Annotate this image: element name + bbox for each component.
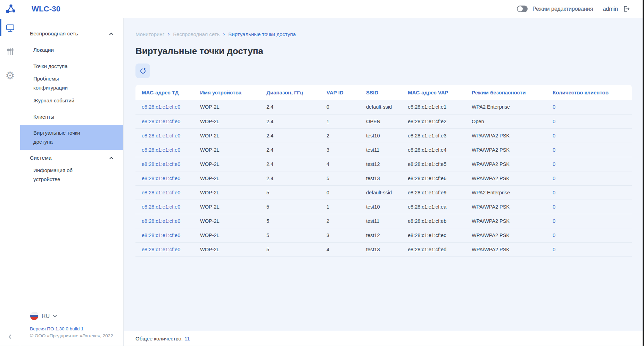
- table-cell: WPA/WPA2 PSK: [465, 157, 546, 171]
- table-cell: e8:28:c1:e1:cf:eb: [402, 214, 465, 228]
- table-cell: default-ssid: [360, 100, 402, 114]
- ap-mac-link[interactable]: e8:28:c1:e1:cf:e0: [135, 214, 194, 228]
- ap-mac-link[interactable]: e8:28:c1:e1:cf:e0: [135, 100, 194, 114]
- ap-mac-link[interactable]: e8:28:c1:e1:cf:e0: [135, 228, 194, 242]
- column-header[interactable]: Количество клиентов: [546, 85, 632, 100]
- sidebar-item[interactable]: Локации: [20, 42, 123, 58]
- ap-mac-link[interactable]: e8:28:c1:e1:cf:e0: [135, 157, 194, 171]
- ap-mac-link[interactable]: e8:28:c1:e1:cf:e0: [135, 171, 194, 185]
- table-cell: e8:28:c1:e1:cf:e2: [402, 114, 465, 128]
- firmware-version-link[interactable]: Версия ПО 1.30.0 build 1: [30, 326, 83, 331]
- breadcrumb-item[interactable]: Мониторинг: [135, 31, 164, 37]
- table-cell: WOP-2L: [194, 143, 260, 157]
- table-cell: e8:28:c1:e1:cf:e4: [402, 143, 465, 157]
- sidebar-item[interactable]: Точки доступа: [20, 58, 123, 74]
- edit-mode-toggle[interactable]: [517, 6, 528, 12]
- refresh-button[interactable]: [135, 64, 150, 78]
- column-header[interactable]: SSID: [360, 85, 402, 100]
- clients-count-link[interactable]: 0: [546, 100, 632, 114]
- breadcrumb-item: Виртуальные точки доступа: [228, 31, 296, 37]
- sidebar-item[interactable]: Клиенты: [20, 109, 123, 125]
- ap-mac-link[interactable]: e8:28:c1:e1:cf:e0: [135, 143, 194, 157]
- ap-mac-link[interactable]: e8:28:c1:e1:cf:e0: [135, 200, 194, 214]
- clients-count-link[interactable]: 0: [546, 157, 632, 171]
- column-header[interactable]: Имя устройства: [194, 85, 260, 100]
- table-cell: WPA/WPA2 PSK: [465, 200, 546, 214]
- table-cell: 2.4: [260, 171, 320, 185]
- table-cell: e8:28:c1:e1:cf:ec: [402, 228, 465, 242]
- table-cell: WOP-2L: [194, 171, 260, 185]
- breadcrumb-item[interactable]: Беспроводная сеть: [173, 31, 220, 37]
- chevron-up-icon: [109, 31, 114, 37]
- clients-count-link[interactable]: 0: [546, 114, 632, 128]
- table-cell: WPA2 Enterprise: [465, 185, 546, 200]
- column-header[interactable]: Режим безопасности: [465, 85, 546, 100]
- table-cell: WOP-2L: [194, 185, 260, 200]
- ap-mac-link[interactable]: e8:28:c1:e1:cf:e0: [135, 185, 194, 200]
- table-row: e8:28:c1:e1:cf:e0WOP-2L52test11e8:28:c1:…: [135, 214, 632, 228]
- logout-icon[interactable]: [623, 5, 630, 12]
- table-cell: e8:28:c1:e1:cf:e6: [402, 171, 465, 185]
- language-selector[interactable]: RU: [30, 312, 57, 320]
- clients-count-link[interactable]: 0: [546, 128, 632, 143]
- table-cell: 3: [320, 143, 360, 157]
- table-row: e8:28:c1:e1:cf:e0WOP-2L2.43test11e8:28:c…: [135, 143, 632, 157]
- sidebar-item[interactable]: Проблемы конфигурации: [20, 74, 123, 92]
- table-cell: WPA/WPA2 PSK: [465, 143, 546, 157]
- chevron-left-icon: [8, 334, 13, 339]
- sidebar-item[interactable]: Виртуальные точки доступа: [20, 125, 123, 150]
- breadcrumb: Мониторинг›Беспроводная сеть›Виртуальные…: [135, 31, 644, 37]
- table-cell: test10: [360, 200, 402, 214]
- clients-count-link[interactable]: 0: [546, 214, 632, 228]
- table-cell: default-ssid: [360, 185, 402, 200]
- username: admin: [603, 6, 618, 12]
- sidebar: Беспроводная сетьЛокацииТочки доступаПро…: [20, 18, 124, 346]
- table-cell: test13: [360, 171, 402, 185]
- column-header[interactable]: MAC-адрес VAP: [402, 85, 465, 100]
- table-row: e8:28:c1:e1:cf:e0WOP-2L54test13e8:28:c1:…: [135, 242, 632, 256]
- table-cell: WOP-2L: [194, 157, 260, 171]
- column-header[interactable]: MAC-адрес ТД: [135, 85, 194, 100]
- ap-mac-link[interactable]: e8:28:c1:e1:cf:e0: [135, 128, 194, 143]
- settings-rail-item[interactable]: [0, 44, 20, 58]
- sidebar-item[interactable]: Журнал событий: [20, 92, 123, 109]
- table-cell: 5: [260, 228, 320, 242]
- refresh-icon: [139, 67, 147, 75]
- clients-count-link[interactable]: 0: [546, 143, 632, 157]
- table-cell: WPA2 Enterprise: [465, 100, 546, 114]
- page-title: Виртуальные точки доступа: [135, 45, 644, 57]
- table-cell: 4: [320, 157, 360, 171]
- ap-mac-link[interactable]: e8:28:c1:e1:cf:e0: [135, 114, 194, 128]
- table-row: e8:28:c1:e1:cf:e0WOP-2L2.40default-sside…: [135, 100, 632, 114]
- table-cell: test12: [360, 228, 402, 242]
- chevron-up-icon: [109, 155, 114, 161]
- table-cell: test12: [360, 157, 402, 171]
- table-cell: WOP-2L: [194, 114, 260, 128]
- table-row: e8:28:c1:e1:cf:e0WOP-2L2.41OPENe8:28:c1:…: [135, 114, 632, 128]
- table-cell: 5: [320, 171, 360, 185]
- table-row: e8:28:c1:e1:cf:e0WOP-2L2.42test10e8:28:c…: [135, 128, 632, 143]
- table-cell: 2: [320, 128, 360, 143]
- system-rail-item[interactable]: ⚙: [0, 69, 20, 83]
- monitoring-rail-item[interactable]: [0, 21, 20, 35]
- ap-mac-link[interactable]: e8:28:c1:e1:cf:e0: [135, 242, 194, 256]
- column-header[interactable]: VAP ID: [320, 85, 360, 100]
- sidebar-section-header[interactable]: Беспроводная сеть: [20, 26, 123, 42]
- table-cell: 5: [260, 185, 320, 200]
- sidebar-item[interactable]: Информация об устройстве: [20, 166, 123, 184]
- language-code: RU: [42, 313, 50, 319]
- sidebar-collapse-button[interactable]: [0, 331, 20, 342]
- table-cell: 4: [320, 242, 360, 256]
- clients-count-link[interactable]: 0: [546, 171, 632, 185]
- chevron-right-icon: ›: [168, 31, 170, 37]
- clients-count-link[interactable]: 0: [546, 200, 632, 214]
- sidebar-section-header[interactable]: Система: [20, 150, 123, 166]
- monitor-icon: [6, 23, 15, 33]
- ru-flag-icon: [30, 312, 39, 320]
- table-cell: WOP-2L: [194, 100, 260, 114]
- column-header[interactable]: Диапазон, ГГц: [260, 85, 320, 100]
- clients-count-link[interactable]: 0: [546, 185, 632, 200]
- clients-count-link[interactable]: 0: [546, 242, 632, 256]
- clients-count-link[interactable]: 0: [546, 228, 632, 242]
- table-cell: e8:28:c1:e1:cf:e5: [402, 157, 465, 171]
